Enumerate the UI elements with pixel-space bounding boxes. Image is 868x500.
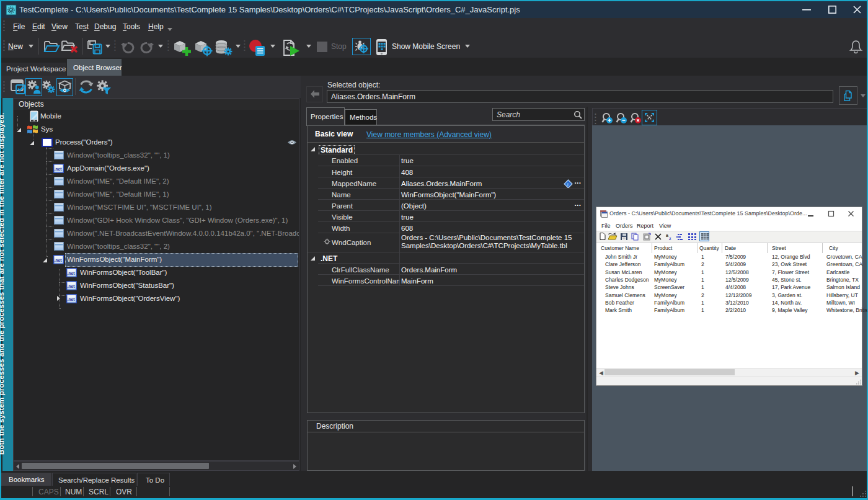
svg-text:.net: .net [68, 271, 75, 275]
svg-text:z: z [669, 236, 671, 241]
svg-text:.net: .net [55, 258, 62, 262]
svg-text:.net: .net [68, 284, 75, 288]
svg-text:.net: .net [68, 297, 75, 301]
svg-text:a: a [666, 233, 668, 238]
svg-text:.net: .net [55, 167, 62, 171]
